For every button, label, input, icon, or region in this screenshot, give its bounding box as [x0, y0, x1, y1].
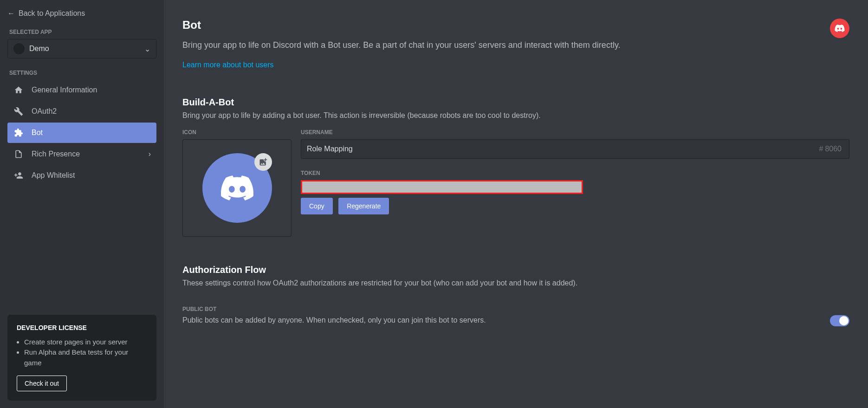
puzzle-icon — [13, 127, 24, 138]
page-title: Bot — [182, 19, 849, 32]
regenerate-button[interactable]: Regenerate — [338, 198, 389, 214]
app-selector[interactable]: Demo ⌄ — [7, 39, 156, 58]
copy-button[interactable]: Copy — [301, 198, 333, 214]
public-bot-toggle[interactable] — [830, 315, 849, 326]
dev-license-bullet: Run Alpha and Beta tests for your game — [24, 347, 147, 368]
discriminator-value: 8060 — [825, 145, 842, 153]
dev-license-title: DEVELOPER LICENSE — [17, 324, 147, 331]
page-description: Bring your app to life on Discord with a… — [182, 39, 849, 52]
build-title: Build-A-Bot — [182, 97, 849, 108]
sidebar: ← Back to Applications SELECTED APP Demo… — [0, 0, 164, 408]
discord-icon — [834, 23, 845, 34]
person-add-icon — [13, 170, 24, 181]
check-it-out-button[interactable]: Check it out — [17, 376, 67, 391]
chevron-down-icon: ⌄ — [144, 45, 150, 53]
back-link-label: Back to Applications — [19, 9, 85, 18]
nav-rich-presence[interactable]: Rich Presence › — [7, 144, 156, 164]
build-a-bot-section: Build-A-Bot Bring your app to life by ad… — [182, 97, 849, 237]
bot-icon-upload[interactable] — [182, 139, 291, 237]
toggle-knob — [839, 316, 849, 325]
nav-general-information[interactable]: General Information — [7, 80, 156, 100]
back-to-applications-link[interactable]: ← Back to Applications — [7, 9, 156, 18]
token-value-redacted — [301, 180, 583, 194]
discriminator: # 8060 — [812, 139, 850, 159]
app-name: Demo — [29, 45, 140, 53]
icon-label: ICON — [182, 129, 291, 136]
authorization-flow-section: Authorization Flow These settings contro… — [182, 265, 849, 326]
nav-bot[interactable]: Bot — [7, 123, 156, 143]
selected-app-label: SELECTED APP — [7, 29, 156, 35]
developer-license-card: DEVELOPER LICENSE Create store pages in … — [7, 315, 156, 401]
public-bot-label: PUBLIC BOT — [182, 306, 486, 312]
bot-avatar — [202, 153, 272, 223]
wrench-icon — [13, 106, 24, 117]
auth-flow-desc: These settings control how OAuth2 author… — [182, 279, 849, 287]
nav-label: General Information — [32, 86, 97, 94]
chevron-right-icon: › — [149, 150, 151, 158]
upload-image-icon — [254, 153, 272, 171]
nav-label: App Whitelist — [32, 171, 75, 180]
learn-more-link[interactable]: Learn more about bot users — [182, 61, 274, 69]
auth-flow-title: Authorization Flow — [182, 265, 849, 275]
app-avatar-icon — [13, 43, 25, 54]
document-icon — [13, 149, 24, 160]
discord-logo-icon — [219, 169, 256, 207]
nav-label: OAuth2 — [32, 107, 57, 116]
discord-help-button[interactable] — [830, 19, 849, 38]
username-input[interactable] — [301, 139, 812, 159]
settings-label: SETTINGS — [7, 70, 156, 76]
home-icon — [13, 84, 24, 96]
nav-app-whitelist[interactable]: App Whitelist — [7, 165, 156, 186]
nav-label: Rich Presence — [32, 150, 80, 158]
arrow-left-icon: ← — [7, 9, 15, 18]
nav-label: Bot — [32, 129, 43, 137]
nav-oauth2[interactable]: OAuth2 — [7, 101, 156, 122]
public-bot-desc: Public bots can be added by anyone. When… — [182, 316, 486, 324]
token-label: TOKEN — [301, 170, 849, 176]
username-label: USERNAME — [301, 129, 849, 136]
dev-license-bullet: Create store pages in your server — [24, 337, 147, 348]
main-content: Bot Bring your app to life on Discord wi… — [164, 0, 868, 408]
hash-icon: # — [819, 145, 823, 153]
build-desc: Bring your app to life by adding a bot u… — [182, 111, 849, 120]
